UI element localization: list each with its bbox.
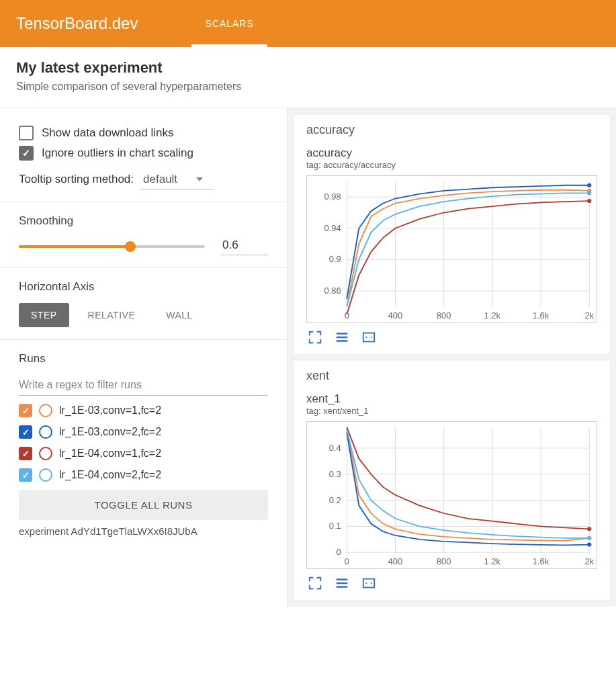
svg-text:1.6k: 1.6k [533,558,549,566]
svg-text:0.4: 0.4 [329,443,341,452]
svg-point-51 [587,527,591,531]
svg-point-21 [587,183,591,187]
svg-rect-53 [363,579,375,588]
general-controls: Show data download links Ignore outliers… [0,108,287,202]
accuracy-card: accuracy accuracy tag: accuracy/accuracy… [294,115,609,354]
toggle-all-runs-button[interactable]: TOGGLE ALL RUNS [19,490,268,520]
axis-relative-button[interactable]: RELATIVE [76,303,148,327]
svg-text:0.3: 0.3 [329,470,341,478]
svg-text:2k: 2k [584,558,594,566]
ignore-outliers-label: Ignore outliers in chart scaling [42,146,193,160]
svg-text:0.1: 0.1 [329,522,341,531]
run-row: lr_1E-04,conv=1,fc=2 [19,447,268,460]
show-download-links-checkbox[interactable] [19,126,34,140]
svg-text:1.2k: 1.2k [484,558,501,566]
svg-text:0.98: 0.98 [324,193,341,202]
svg-text:2k: 2k [584,312,594,320]
run-checkbox[interactable] [19,425,32,439]
fit-icon[interactable] [360,576,378,591]
svg-text:800: 800 [437,312,451,320]
tooltip-sort-select[interactable]: default [140,171,214,189]
smoothing-value[interactable]: 0.6 [221,237,268,255]
svg-point-22 [587,199,591,203]
experiment-id: experiment AdYd1TgeTlaLWXx6I8JUbA [19,525,268,537]
title-bar: My latest experiment Simple comparison o… [0,47,616,108]
svg-text:0.94: 0.94 [324,224,341,232]
svg-point-25 [365,337,367,338]
xent-chart-title: xent_1 [306,392,597,406]
run-checkbox[interactable] [19,447,32,460]
accuracy-chart-tag: tag: accuracy/accuracy [306,160,597,170]
svg-point-50 [587,543,591,547]
main-panel: accuracy accuracy tag: accuracy/accuracy… [288,108,616,607]
accuracy-chart-title: accuracy [306,146,597,160]
smoothing-section: Smoothing 0.6 [0,202,287,268]
run-color-swatch [39,447,52,460]
svg-text:0: 0 [336,548,341,557]
svg-text:0.86: 0.86 [324,286,341,295]
fit-icon[interactable] [360,330,378,345]
svg-point-54 [365,583,367,584]
tab-scalars[interactable]: SCALARS [191,0,267,47]
run-name: lr_1E-03,conv=1,fc=2 [59,404,161,417]
svg-point-52 [587,536,591,540]
ignore-outliers-checkbox[interactable] [19,146,34,161]
expand-icon[interactable] [306,330,324,345]
horizontal-axis-label: Horizontal Axis [19,280,268,294]
svg-text:0.9: 0.9 [329,255,341,264]
runs-label: Runs [19,352,268,366]
app-header: TensorBoard.dev SCALARS [0,0,616,47]
accuracy-chart[interactable]: 04008001.2k1.6k2k0.860.90.940.98 [306,175,597,323]
run-checkbox[interactable] [19,404,32,417]
run-row: lr_1E-04,conv=2,fc=2 [19,468,268,482]
run-name: lr_1E-04,conv=1,fc=2 [59,447,161,460]
smoothing-label: Smoothing [19,214,268,228]
tooltip-sort-value: default [143,173,177,186]
accuracy-section-title: accuracy [306,123,597,137]
svg-point-26 [371,337,372,338]
xent-chart[interactable]: 04008001.2k1.6k2k00.10.20.30.4 [306,421,597,569]
axis-wall-button[interactable]: WALL [154,303,205,327]
tooltip-sort-label: Tooltip sorting method: [19,173,134,186]
svg-text:0.2: 0.2 [329,496,341,505]
svg-text:0: 0 [345,558,349,566]
run-name: lr_1E-03,conv=2,fc=2 [59,426,161,438]
svg-text:1.6k: 1.6k [533,312,549,320]
show-download-links-label: Show data download links [42,126,174,140]
run-name: lr_1E-04,conv=2,fc=2 [59,469,161,481]
brand: TensorBoard.dev [16,14,138,33]
list-icon[interactable] [333,576,351,591]
svg-point-55 [371,583,372,584]
svg-text:400: 400 [388,312,403,320]
svg-point-23 [587,191,591,195]
svg-rect-24 [363,333,375,342]
sidebar: Show data download links Ignore outliers… [0,108,288,607]
experiment-description: Simple comparison of several hyperparame… [16,81,600,93]
list-icon[interactable] [333,330,351,345]
svg-text:800: 800 [437,558,451,566]
smoothing-slider[interactable] [19,245,205,248]
run-color-swatch [39,404,52,417]
svg-text:400: 400 [388,558,403,566]
xent-section-title: xent [306,369,597,383]
experiment-title: My latest experiment [16,59,600,77]
run-checkbox[interactable] [19,468,32,482]
runs-filter-input[interactable] [19,375,268,396]
run-color-swatch [39,468,52,482]
svg-text:1.2k: 1.2k [484,312,501,320]
xent-card: xent xent_1 tag: xent/xent_1 04008001.2k… [294,361,609,600]
horizontal-axis-section: Horizontal Axis STEP RELATIVE WALL [0,268,287,340]
nav-tabs: SCALARS [191,0,267,47]
runs-section: Runs lr_1E-03,conv=1,fc=2lr_1E-03,conv=2… [0,340,287,549]
run-row: lr_1E-03,conv=2,fc=2 [19,425,268,439]
xent-chart-tag: tag: xent/xent_1 [306,406,597,416]
run-row: lr_1E-03,conv=1,fc=2 [19,404,268,417]
axis-step-button[interactable]: STEP [19,303,69,327]
chevron-down-icon [196,177,203,181]
run-color-swatch [39,425,52,439]
expand-icon[interactable] [306,576,324,591]
